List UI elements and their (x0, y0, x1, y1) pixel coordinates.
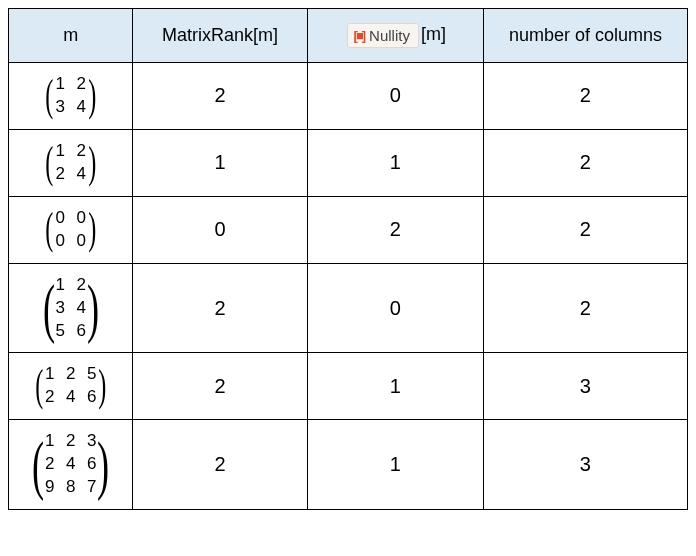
right-paren-icon: ) (88, 216, 96, 242)
matrix-display: (123456) (46, 272, 96, 345)
cell-columns: 2 (483, 196, 687, 263)
table-row: (1234)202 (9, 63, 688, 130)
resource-label: Nullity (369, 27, 410, 44)
left-paren-icon: ( (45, 216, 53, 242)
right-paren-icon: ) (88, 83, 96, 109)
cell-columns: 3 (483, 420, 687, 510)
matrix-entries: 123246987 (41, 428, 100, 501)
matrix-entries: 0000 (52, 205, 90, 255)
header-row: m MatrixRank[m] [■] Nullity [m] number o… (9, 9, 688, 63)
table-row: (125246)213 (9, 353, 688, 420)
nullity-arg: [m] (421, 24, 446, 44)
cell-nullity: 1 (307, 353, 483, 420)
cell-rank: 2 (133, 263, 307, 353)
matrix-display: (125246) (37, 361, 105, 411)
matrix-entries: 125246 (41, 361, 100, 411)
matrix-entries: 123456 (52, 272, 90, 345)
matrix-entries: 1234 (52, 71, 90, 121)
cell-rank: 2 (133, 353, 307, 420)
right-paren-icon: ) (99, 373, 107, 399)
cell-nullity: 0 (307, 63, 483, 130)
cell-rank: 1 (133, 129, 307, 196)
cell-nullity: 1 (307, 420, 483, 510)
table-row: (1224)112 (9, 129, 688, 196)
cell-matrix: (123246987) (9, 420, 133, 510)
cell-columns: 2 (483, 263, 687, 353)
right-paren-icon: ) (88, 150, 96, 176)
left-paren-icon: ( (45, 83, 53, 109)
header-columns: number of columns (483, 9, 687, 63)
table-row: (123456)202 (9, 263, 688, 353)
cell-nullity: 2 (307, 196, 483, 263)
cell-columns: 2 (483, 129, 687, 196)
resource-icon: [■] (354, 28, 365, 43)
left-paren-icon: ( (35, 373, 43, 399)
matrix-display: (1224) (47, 138, 94, 188)
header-rank: MatrixRank[m] (133, 9, 307, 63)
matrix-entries: 1224 (52, 138, 90, 188)
right-paren-icon: ) (87, 288, 99, 328)
cell-matrix: (1234) (9, 63, 133, 130)
cell-columns: 3 (483, 353, 687, 420)
cell-nullity: 1 (307, 129, 483, 196)
cell-matrix: (125246) (9, 353, 133, 420)
cell-rank: 2 (133, 63, 307, 130)
cell-matrix: (1224) (9, 129, 133, 196)
matrix-display: (1234) (47, 71, 94, 121)
cell-columns: 2 (483, 63, 687, 130)
left-paren-icon: ( (43, 288, 55, 328)
header-m: m (9, 9, 133, 63)
cell-matrix: (0000) (9, 196, 133, 263)
matrix-properties-table: m MatrixRank[m] [■] Nullity [m] number o… (8, 8, 688, 510)
right-paren-icon: ) (97, 445, 109, 485)
cell-matrix: (123456) (9, 263, 133, 353)
table-row: (123246987)213 (9, 420, 688, 510)
cell-rank: 0 (133, 196, 307, 263)
header-nullity: [■] Nullity [m] (307, 9, 483, 63)
left-paren-icon: ( (32, 445, 44, 485)
cell-nullity: 0 (307, 263, 483, 353)
table-row: (0000)022 (9, 196, 688, 263)
left-paren-icon: ( (45, 150, 53, 176)
matrix-display: (123246987) (35, 428, 106, 501)
cell-rank: 2 (133, 420, 307, 510)
resource-function-badge: [■] Nullity (347, 23, 419, 48)
matrix-display: (0000) (47, 205, 94, 255)
